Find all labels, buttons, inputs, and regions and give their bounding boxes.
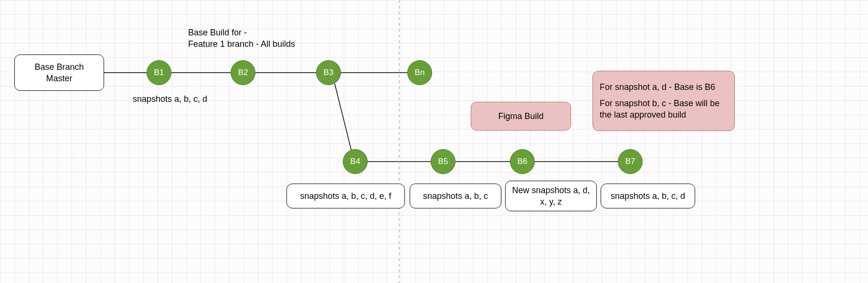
b2-caption: Base Build for - Feature 1 branch - All … xyxy=(188,27,295,50)
b7-callout-line2: For snapshot b, c - Base will be the las… xyxy=(600,98,728,121)
build-b5-node: B5 xyxy=(431,149,455,174)
figma-build-callout: Figma Build xyxy=(471,102,571,131)
b1-snapshots-label: snapshots a, b, c, d xyxy=(133,93,207,105)
connector-layer xyxy=(0,0,868,283)
b6-snapshots-box: New snapshots a, d, x, y, z xyxy=(505,181,597,211)
build-bn-node: Bn xyxy=(407,60,432,85)
b2-caption-line2: Feature 1 branch - All builds xyxy=(188,38,295,50)
b7-base-rules-callout: For snapshot a, d - Base is B6 For snaps… xyxy=(593,71,735,131)
b5-snapshots-box: snapshots a, b, c xyxy=(410,184,501,208)
b4-snapshots-box: snapshots a, b, c, d, e, f xyxy=(286,184,405,208)
b2-caption-line1: Base Build for - xyxy=(188,27,295,38)
build-b2-node: B2 xyxy=(231,60,255,85)
b7-callout-line1: For snapshot a, d - Base is B6 xyxy=(600,81,715,93)
b7-snapshots-box: snapshots a, b, c, d xyxy=(601,184,695,208)
svg-line-4 xyxy=(335,84,352,152)
build-b3-node: B3 xyxy=(316,60,341,85)
build-b4-node: B4 xyxy=(343,149,368,174)
build-b7-node: B7 xyxy=(618,149,643,174)
build-b6-node: B6 xyxy=(510,149,535,174)
master-branch-box: Base Branch Master xyxy=(14,54,104,91)
build-b1-node: B1 xyxy=(147,60,171,85)
